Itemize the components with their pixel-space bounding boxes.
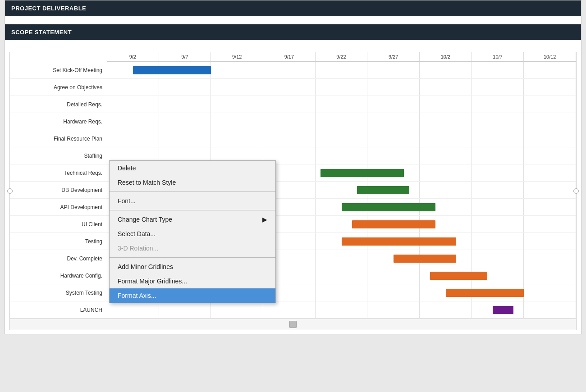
date-cell: 9/17 (263, 52, 316, 61)
date-cell: 9/2 (107, 52, 159, 61)
task-rows: Set Kick-Off MeetingAgree on ObjectivesD… (10, 62, 576, 319)
table-row: API Development (10, 199, 576, 216)
menu-separator (110, 257, 275, 258)
table-row: Hardware Reqs. (10, 113, 576, 130)
bar-area-launch (107, 301, 576, 318)
task-label-set-kickoff: Set Kick-Off Meeting (10, 67, 107, 73)
menu-item-select-data[interactable]: Select Data... (110, 227, 275, 241)
table-row: Agree on Objectives (10, 79, 576, 96)
menu-separator (110, 191, 275, 192)
table-row: Detailed Reqs. (10, 96, 576, 113)
gantt-bar-technical-reqs-0[interactable] (320, 169, 404, 177)
scroll-handle[interactable] (289, 321, 297, 328)
bar-area-detailed-reqs (107, 96, 576, 113)
date-cell: 9/12 (211, 52, 263, 61)
task-label-system-testing: System Testing (10, 290, 107, 296)
table-row: Technical Reqs. (10, 164, 576, 182)
task-label-detailed-reqs: Detailed Reqs. (10, 101, 107, 108)
bar-area-final-resource (107, 130, 576, 147)
menu-item-delete[interactable]: Delete (110, 161, 275, 175)
task-label-api-development: API Development (10, 204, 107, 210)
task-label-launch: LAUNCH (10, 307, 107, 313)
gantt-bar-hardware-config-1[interactable] (446, 272, 488, 280)
table-row: DB Development (10, 182, 576, 199)
menu-item-3d-rotation: 3-D Rotation... (110, 241, 275, 255)
menu-item-add-minor-gridlines[interactable]: Add Minor Gridlines (110, 260, 275, 274)
task-label-staffing: Staffing (10, 153, 107, 159)
app-container: PROJECT DELIVERABLE SCOPE STATEMENT 9/29… (5, 0, 581, 334)
gantt-bar-dev-complete-0[interactable] (394, 255, 456, 263)
chart-inner: 9/29/79/129/179/229/2710/210/710/12 Set … (10, 52, 576, 319)
scope-statement-spacer (5, 40, 581, 48)
menu-separator (110, 210, 275, 210)
table-row: System Testing (10, 284, 576, 301)
table-row: Staffing (10, 147, 576, 164)
date-cell: 9/22 (316, 52, 368, 61)
task-label-hardware-reqs: Hardware Reqs. (10, 119, 107, 125)
gantt-bar-ui-client-0[interactable] (352, 220, 435, 228)
menu-item-format-major-gridlines[interactable]: Format Major Gridlines... (110, 274, 275, 288)
table-row: Final Resource Plan (10, 130, 576, 147)
gantt-chart: 9/29/79/129/179/229/2710/210/710/12 Set … (9, 52, 577, 330)
project-deliverable-spacer (5, 16, 581, 24)
date-cell: 10/2 (420, 52, 472, 61)
context-menu[interactable]: DeleteReset to Match StyleFont...Change … (109, 160, 276, 303)
table-row: LAUNCH (10, 301, 576, 319)
date-cell: 9/7 (159, 52, 211, 61)
bar-area-hardware-reqs (107, 113, 576, 130)
task-label-hardware-config: Hardware Config. (10, 273, 107, 279)
scope-statement-header: SCOPE STATEMENT (5, 24, 581, 40)
task-label-agree-objectives: Agree on Objectives (10, 84, 107, 91)
task-label-technical-reqs: Technical Reqs. (10, 170, 107, 176)
table-row: Dev. Complete (10, 250, 576, 267)
table-row: Hardware Config. (10, 267, 576, 284)
task-label-testing: Testing (10, 238, 107, 245)
task-label-dev-complete: Dev. Complete (10, 255, 107, 262)
menu-item-format-axis[interactable]: Format Axis... (110, 288, 275, 303)
gantt-bar-db-development-0[interactable] (357, 186, 409, 194)
gantt-bar-system-testing-0[interactable] (446, 289, 524, 297)
bar-area-agree-objectives (107, 79, 576, 96)
gantt-bar-launch-0[interactable] (493, 306, 513, 314)
date-cell: 10/12 (524, 52, 576, 61)
bar-area-set-kickoff (107, 62, 576, 78)
task-label-db-development: DB Development (10, 187, 107, 193)
task-label-ui-client: UI Client (10, 221, 107, 228)
table-row: UI Client (10, 216, 576, 233)
menu-item-font[interactable]: Font... (110, 194, 275, 208)
gantt-bar-set-kickoff-0[interactable] (133, 66, 211, 74)
date-header-row: 9/29/79/129/179/229/2710/210/710/12 (107, 52, 576, 62)
table-row: Set Kick-Off Meeting (10, 62, 576, 79)
project-deliverable-header: PROJECT DELIVERABLE (5, 0, 581, 16)
table-row: Testing (10, 233, 576, 250)
menu-item-change-chart-type[interactable]: Change Chart Type▶ (110, 212, 275, 227)
date-cell: 10/7 (472, 52, 524, 61)
scrollbar-area[interactable] (10, 319, 576, 330)
gantt-bar-testing-0[interactable] (342, 237, 456, 246)
menu-item-reset-style[interactable]: Reset to Match Style (110, 175, 275, 190)
date-cell: 9/27 (367, 52, 420, 61)
gantt-bar-api-development-0[interactable] (342, 203, 435, 211)
task-label-final-resource: Final Resource Plan (10, 136, 107, 142)
submenu-arrow-icon: ▶ (262, 216, 267, 223)
